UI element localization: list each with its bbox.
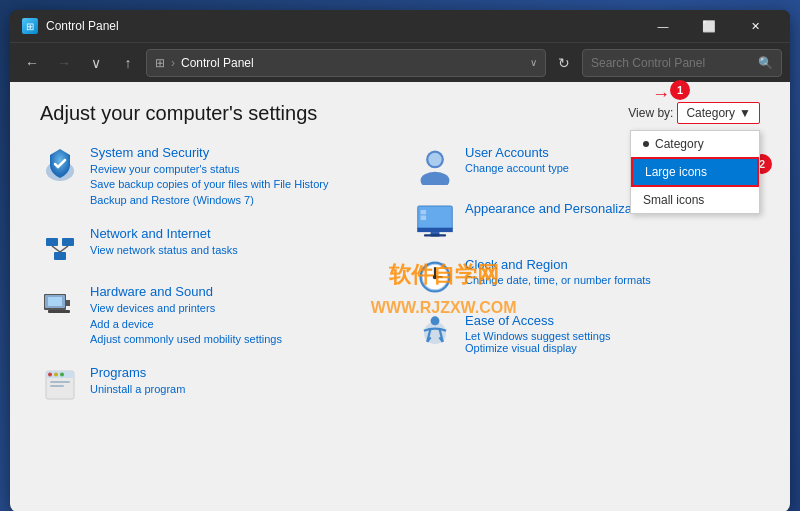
window-controls: — ⬜ ✕ [640,10,778,42]
list-item: Hardware and Sound View devices and prin… [40,284,385,347]
devices-printers-link[interactable]: View devices and printers [90,301,385,316]
clock-region-title[interactable]: Clock and Region [465,257,651,272]
view-by-dropdown: Category Large icons Small icons [630,130,760,214]
large-icons-option: Large icons [645,165,707,179]
date-time-link[interactable]: Change date, time, or number formats [465,274,651,286]
list-item: Ease of Access Let Windows suggest setti… [415,313,760,354]
main-window: ⊞ Control Panel — ⬜ ✕ ← → ∨ ↑ ⊞ › Contro… [10,10,790,511]
svg-rect-16 [50,381,70,383]
user-accounts-text: User Accounts Change account type [465,145,569,174]
selected-dot [643,141,649,147]
list-item: Network and Internet View network status… [40,226,385,266]
address-text: Control Panel [181,56,254,70]
network-icon [40,226,80,266]
svg-point-19 [421,172,450,185]
svg-point-13 [48,373,52,377]
category-option: Category [655,137,704,151]
title-bar: ⊞ Control Panel — ⬜ ✕ [10,10,790,42]
mobility-link[interactable]: Adjust commonly used mobility settings [90,332,385,347]
window-title: Control Panel [46,19,640,33]
appearance-text: Appearance and Personalization [465,201,653,218]
user-accounts-icon [415,145,455,185]
uninstall-link[interactable]: Uninstall a program [90,382,385,397]
forward-button[interactable]: → [50,49,78,77]
view-by-button[interactable]: Category ▼ [677,102,760,124]
programs-icon [40,365,80,405]
svg-line-5 [60,246,68,252]
suggest-settings-link[interactable]: Let Windows suggest settings [465,330,611,342]
small-icons-option: Small icons [643,193,704,207]
hardware-sound-text: Hardware and Sound View devices and prin… [90,284,385,347]
network-title[interactable]: Network and Internet [90,226,385,241]
maximize-button[interactable]: ⬜ [686,10,732,42]
dropdown-item-category[interactable]: Category [631,131,759,157]
svg-rect-23 [417,228,453,232]
svg-rect-3 [54,252,66,260]
system-security-text: System and Security Review your computer… [90,145,385,208]
svg-rect-2 [62,238,74,246]
dropdown-button[interactable]: ∨ [82,49,110,77]
view-by-row: View by: Category ▼ [628,102,760,124]
annotation-circle-1: 1 [670,80,690,100]
change-account-link[interactable]: Change account type [465,162,569,174]
search-field[interactable]: 🔍 [582,49,782,77]
svg-line-4 [52,246,60,252]
list-item: Clock and Region Change date, time, or n… [415,257,760,297]
svg-rect-25 [424,234,446,236]
clock-region-icon [415,257,455,297]
search-icon: 🔍 [758,56,773,70]
system-security-icon [40,145,80,185]
backup-files-link[interactable]: Save backup copies of your files with Fi… [90,177,385,192]
appearance-title[interactable]: Appearance and Personalization [465,201,653,216]
back-button[interactable]: ← [18,49,46,77]
svg-rect-9 [48,297,62,306]
list-item: System and Security Review your computer… [40,145,385,208]
arrow-icon: → [652,84,670,105]
visual-display-link[interactable]: Optimize visual display [465,342,611,354]
svg-point-20 [428,153,441,166]
left-column: System and Security Review your computer… [40,145,385,423]
svg-point-14 [54,373,58,377]
svg-rect-8 [66,300,70,306]
ease-access-title[interactable]: Ease of Access [465,313,611,328]
search-input[interactable] [591,56,752,70]
view-by-label: View by: [628,106,673,120]
dropdown-arrow-icon: ▼ [739,106,751,120]
backup-restore-link[interactable]: Backup and Restore (Windows 7) [90,193,385,208]
list-item: Programs Uninstall a program [40,365,385,405]
dropdown-item-small-icons[interactable]: Small icons [631,187,759,213]
svg-point-33 [433,275,437,279]
hardware-sound-title[interactable]: Hardware and Sound [90,284,385,299]
svg-rect-17 [50,385,64,387]
dropdown-item-large-icons[interactable]: Large icons [631,157,759,187]
ease-access-text: Ease of Access Let Windows suggest setti… [465,313,611,354]
system-status-link[interactable]: Review your computer's status [90,162,385,177]
clock-region-text: Clock and Region Change date, time, or n… [465,257,651,286]
address-icon: ⊞ [155,56,165,70]
system-security-title[interactable]: System and Security [90,145,385,160]
programs-title[interactable]: Programs [90,365,385,380]
address-chevron: ∨ [530,57,537,68]
programs-text: Programs Uninstall a program [90,365,385,397]
view-by-container: → 1 View by: Category ▼ Category Large i… [628,102,760,124]
svg-point-15 [60,373,64,377]
refresh-button[interactable]: ↻ [550,49,578,77]
appearance-icon [415,201,455,241]
view-by-current: Category [686,106,735,120]
network-status-link[interactable]: View network status and tasks [90,243,385,258]
window-icon: ⊞ [22,18,38,34]
svg-rect-27 [421,215,427,219]
user-accounts-title[interactable]: User Accounts [465,145,569,160]
address-field[interactable]: ⊞ › Control Panel ∨ [146,49,546,77]
close-button[interactable]: ✕ [732,10,778,42]
ease-access-icon [415,313,455,353]
svg-rect-1 [46,238,58,246]
minimize-button[interactable]: — [640,10,686,42]
svg-rect-10 [48,310,70,313]
address-bar: ← → ∨ ↑ ⊞ › Control Panel ∨ ↻ 🔍 [10,42,790,82]
svg-rect-26 [421,210,427,214]
add-device-link[interactable]: Add a device [90,317,385,332]
up-button[interactable]: ↑ [114,49,142,77]
address-separator: › [171,56,175,70]
hardware-sound-icon [40,284,80,324]
